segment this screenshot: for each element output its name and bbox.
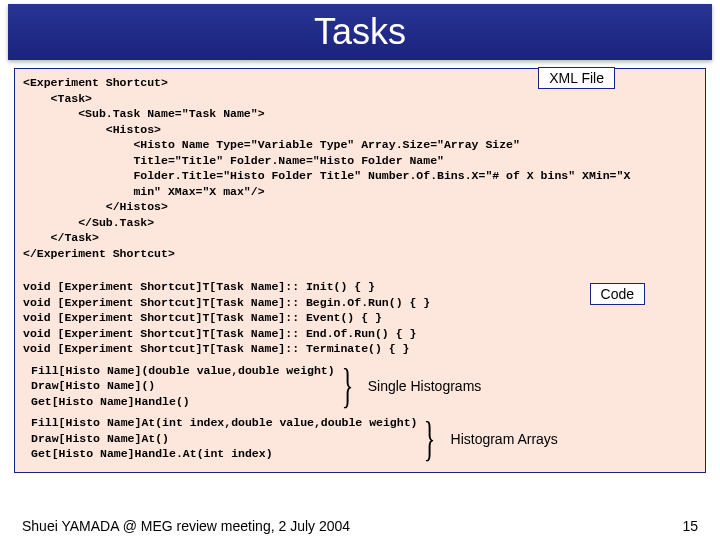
histogram-arrays-code: Fill[Histo Name]At(int index,double valu… bbox=[31, 415, 417, 462]
histogram-arrays-group: Fill[Histo Name]At(int index,double valu… bbox=[31, 415, 697, 462]
label-xml-file: XML File bbox=[538, 67, 615, 89]
brace-icon: } bbox=[424, 427, 438, 451]
footer: Shuei YAMADA @ MEG review meeting, 2 Jul… bbox=[0, 518, 720, 534]
single-histogram-code: Fill[Histo Name](double value,double wei… bbox=[31, 363, 335, 410]
brace-icon: } bbox=[341, 374, 355, 398]
single-histogram-group: Fill[Histo Name](double value,double wei… bbox=[31, 363, 697, 410]
content-box: XML File Code <Experiment Shortcut> <Tas… bbox=[14, 68, 706, 473]
label-single-histograms: Single Histograms bbox=[368, 378, 482, 394]
label-code: Code bbox=[590, 283, 645, 305]
label-histogram-arrays: Histogram Arrays bbox=[451, 431, 558, 447]
page-number: 15 bbox=[682, 518, 698, 534]
xml-snippet: <Experiment Shortcut> <Task> <Sub.Task N… bbox=[23, 75, 697, 261]
slide-title: Tasks bbox=[314, 11, 406, 53]
footer-author: Shuei YAMADA @ MEG review meeting, 2 Jul… bbox=[22, 518, 350, 534]
title-bar: Tasks bbox=[8, 4, 712, 60]
